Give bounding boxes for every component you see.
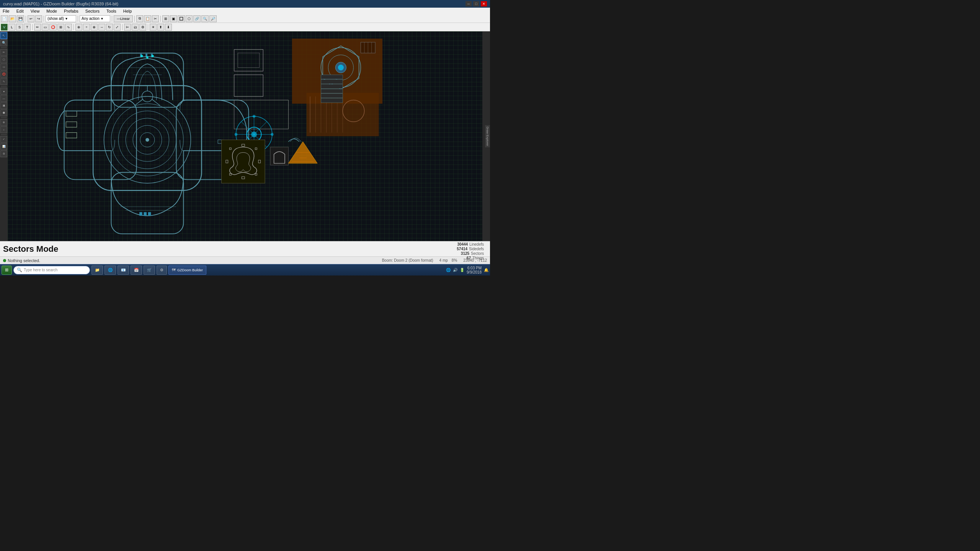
taskbar-app-store[interactable]: 🛒 bbox=[144, 266, 155, 275]
tb-zoom-out[interactable]: 🔎 bbox=[209, 15, 217, 22]
tb-snap[interactable]: 🔗 bbox=[193, 15, 201, 22]
tool-vertices[interactable]: ● bbox=[0, 88, 7, 95]
menu-mode[interactable]: Mode bbox=[45, 8, 58, 14]
tb-paste[interactable]: 📋 bbox=[144, 15, 151, 22]
active-app-icon: 🗺 bbox=[172, 268, 176, 272]
menu-tools[interactable]: Tools bbox=[105, 8, 118, 14]
tb2-split[interactable]: ÷ bbox=[83, 24, 90, 31]
taskbar-app-mail[interactable]: 📧 bbox=[118, 266, 129, 275]
tb2-scale[interactable]: ⤢ bbox=[114, 24, 121, 31]
tb2-flip[interactable]: ↔ bbox=[98, 24, 105, 31]
linedefs-count: 30444 bbox=[452, 242, 468, 246]
svg-point-63 bbox=[253, 115, 256, 118]
right-sidebar: Draw Explorer Tag Explorer Help Map Sett… bbox=[482, 31, 490, 241]
tool-check[interactable]: ✓ bbox=[0, 136, 7, 143]
tb2-things[interactable]: T bbox=[24, 24, 31, 31]
menu-edit[interactable]: Edit bbox=[15, 8, 25, 14]
tool-split[interactable]: ÷ bbox=[0, 126, 7, 133]
taskbar-app-calendar[interactable]: 📅 bbox=[131, 266, 142, 275]
tb2-sector-props[interactable]: ⚙ bbox=[139, 24, 146, 31]
tool-draw-rect[interactable]: ▭ bbox=[0, 64, 7, 70]
tb-open[interactable]: 📂 bbox=[9, 15, 16, 22]
sectors-count: 3125 bbox=[454, 251, 469, 256]
tool-merge[interactable]: ⊕ bbox=[0, 119, 7, 126]
left-sidebar: ↖ 🔍 ✏ ⬡ ▭ ⭕ ∿ ● — ▣ ⬢ ⊕ ÷ ✓ 📊 ⚙ bbox=[0, 31, 8, 241]
tb2-brightness[interactable]: ☀ bbox=[150, 24, 157, 31]
tb2-rotate[interactable]: ↻ bbox=[106, 24, 113, 31]
tb2-draw-ellipse[interactable]: ⭕ bbox=[49, 24, 57, 31]
start-button[interactable]: ⊞ bbox=[2, 266, 12, 275]
minimize-button[interactable]: ─ bbox=[466, 1, 472, 7]
tb-linear[interactable]: — Linear bbox=[114, 15, 133, 22]
window-controls[interactable]: ─ □ ✕ bbox=[466, 1, 487, 7]
svg-rect-29 bbox=[148, 212, 151, 215]
tb-view2d[interactable]: ▣ bbox=[170, 15, 177, 22]
tool-stats[interactable]: 📊 bbox=[0, 143, 7, 150]
tb2-vertices[interactable]: V bbox=[1, 24, 8, 31]
tb2-join[interactable]: ⊗ bbox=[91, 24, 98, 31]
tb2-sep4 bbox=[148, 24, 148, 30]
tb-sep3 bbox=[78, 16, 78, 22]
svg-rect-28 bbox=[144, 212, 147, 215]
tb2-linedefs[interactable]: L bbox=[8, 24, 15, 31]
tb2-sectors[interactable]: S bbox=[16, 24, 23, 31]
tb2-ceiling[interactable]: ⬆ bbox=[157, 24, 164, 31]
tb-view3d[interactable]: 🔲 bbox=[178, 15, 185, 22]
tb-undo[interactable]: ↩ bbox=[28, 15, 34, 22]
menu-file[interactable]: File bbox=[2, 8, 11, 14]
map-canvas[interactable] bbox=[8, 31, 482, 241]
tool-linedefs[interactable]: — bbox=[0, 95, 7, 102]
svg-point-65 bbox=[235, 133, 238, 136]
tool-misc[interactable]: ⚙ bbox=[0, 150, 7, 157]
tool-draw-curve[interactable]: ∿ bbox=[0, 78, 7, 85]
tool-select[interactable]: ↖ bbox=[0, 32, 7, 39]
tb-new[interactable]: 📄 bbox=[1, 15, 8, 22]
coords-info: 23840 , -7112 bbox=[463, 258, 487, 262]
tb2-floor[interactable]: ⬇ bbox=[165, 24, 172, 31]
mode-label: Sectors Mode bbox=[3, 244, 449, 254]
taskbar-app-settings[interactable]: ⚙ bbox=[157, 266, 167, 275]
tb2-merge[interactable]: ⊕ bbox=[75, 24, 82, 31]
tb2-draw[interactable]: ✏ bbox=[34, 24, 41, 31]
tb2-texture[interactable]: 🗂 bbox=[132, 24, 139, 31]
menu-prefabs[interactable]: Prefabs bbox=[63, 8, 80, 14]
tb-copy[interactable]: ⧉ bbox=[136, 15, 143, 22]
tool-draw-ellipse[interactable]: ⭕ bbox=[0, 71, 7, 78]
svg-rect-20 bbox=[66, 133, 77, 138]
svg-point-32 bbox=[141, 55, 143, 57]
mode-dropdown[interactable]: (show all) ▾ bbox=[46, 15, 76, 22]
taskbar-app-edge[interactable]: 🌐 bbox=[105, 266, 116, 275]
search-box[interactable]: 🔍 Type here to search bbox=[13, 266, 90, 274]
tb2-draw-rect[interactable]: ▭ bbox=[42, 24, 49, 31]
status-bar: Sectors Mode 26735 Vertices 30444 Linede… bbox=[0, 241, 490, 256]
tb-zoom-in[interactable]: 🔍 bbox=[201, 15, 209, 22]
tb2-draw-grid[interactable]: ⊞ bbox=[57, 24, 64, 31]
action-dropdown[interactable]: Any action ▾ bbox=[80, 15, 110, 22]
tool-sectors[interactable]: ▣ bbox=[0, 102, 7, 109]
taskbar-app-explorer[interactable]: 📁 bbox=[91, 266, 103, 275]
tb-grid[interactable]: ⊞ bbox=[162, 15, 169, 22]
tool-things[interactable]: ⬢ bbox=[0, 109, 7, 116]
tb-viewmode[interactable]: ⬡ bbox=[186, 15, 193, 22]
tb-save[interactable]: 💾 bbox=[17, 15, 24, 22]
stat-sidedefs: 57414 Sidedefs bbox=[452, 247, 484, 251]
close-button[interactable]: ✕ bbox=[481, 1, 487, 7]
sectors-label: Sectors bbox=[471, 251, 484, 256]
tool-zoom[interactable]: 🔍 bbox=[0, 39, 7, 46]
tb-cut[interactable]: ✂ bbox=[152, 15, 159, 22]
tb2-align[interactable]: ⊨ bbox=[124, 24, 131, 31]
main-map-group bbox=[57, 53, 249, 234]
menu-help[interactable]: Help bbox=[122, 8, 133, 14]
tool-draw-line[interactable]: ✏ bbox=[0, 49, 7, 56]
maximize-button[interactable]: □ bbox=[473, 1, 479, 7]
notifications-icon[interactable]: 🔔 bbox=[484, 268, 488, 272]
taskbar-active-app[interactable]: 🗺 GZDoom Builder bbox=[168, 266, 206, 275]
menu-view[interactable]: View bbox=[29, 8, 41, 14]
tb-redo[interactable]: ↪ bbox=[35, 15, 42, 22]
svg-rect-86 bbox=[321, 94, 343, 98]
tool-draw-sector[interactable]: ⬡ bbox=[0, 56, 7, 63]
tb2-sep1 bbox=[32, 24, 33, 30]
right-tab-draw-explorer[interactable]: Draw Explorer bbox=[485, 125, 490, 148]
tb2-draw-curve[interactable]: ∿ bbox=[65, 24, 72, 31]
menu-sectors[interactable]: Sectors bbox=[84, 8, 101, 14]
